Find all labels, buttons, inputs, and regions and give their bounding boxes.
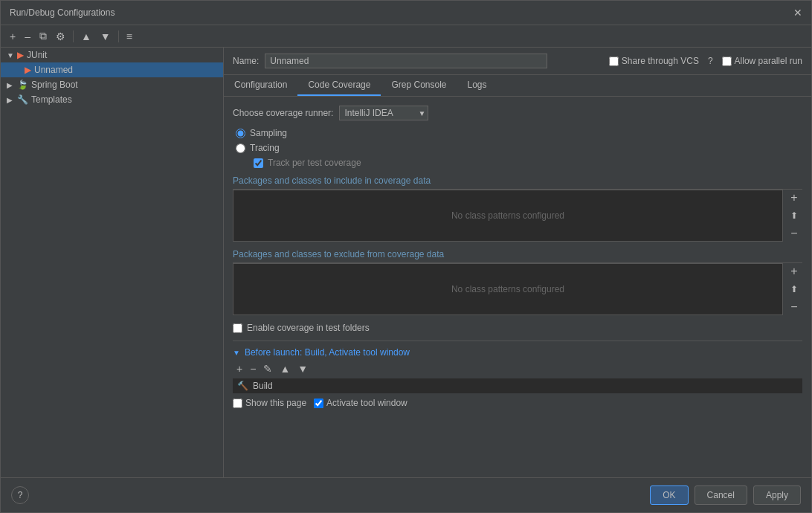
parallel-run-text: Allow parallel run [735,56,802,66]
ok-button[interactable]: OK [650,485,688,505]
coverage-runner-select-wrapper: IntelliJ IDEA JaCoCo Emma ▼ [339,106,428,120]
sampling-radio[interactable] [236,129,245,138]
enable-coverage-label: Enable coverage in test folders [247,323,370,333]
toolbar-separator-2 [118,30,119,42]
include-section: Packages and classes to include in cover… [233,175,802,242]
build-icon: 🔨 [237,381,248,391]
templates-label: Templates [31,94,72,105]
templates-arrow: ▶ [7,96,14,104]
exclude-move-button[interactable]: ⬆ [786,281,802,297]
enable-coverage-row: Enable coverage in test folders [233,323,802,333]
show-page-label[interactable]: Show this page [233,398,306,408]
cancel-button[interactable]: Cancel [695,485,747,505]
junit-icon: ▶ [17,50,24,60]
activate-tool-label[interactable]: Activate tool window [314,398,407,408]
include-move-button[interactable]: ⬆ [786,207,802,224]
share-vcs-checkbox[interactable] [609,57,619,66]
bl-remove-button[interactable]: − [248,362,258,375]
exclude-section-header: Packages and classes to exclude from cov… [233,249,802,263]
enable-coverage-checkbox[interactable] [233,323,242,333]
include-remove-button[interactable]: − [786,225,802,242]
run-debug-dialog: Run/Debug Configurations ✕ + – ⧉ ⚙ ▲ ▼ ≡… [0,0,812,513]
exclude-side-buttons: + ⬆ − [786,263,802,315]
unnamed-label: Unnamed [34,65,73,75]
before-launch-section: ▼ Before launch: Build, Activate tool wi… [233,341,802,408]
before-launch-arrow-icon[interactable]: ▼ [233,349,240,357]
track-per-test-label: Track per test coverage [268,158,361,168]
settings-button[interactable]: ⚙ [53,29,68,44]
bottom-options: Show this page Activate tool window [233,393,802,408]
exclude-remove-button[interactable]: − [786,299,802,315]
dialog-title: Run/Debug Configurations [10,7,115,18]
sidebar-item-spring-boot[interactable]: ▶ 🍃 Spring Boot [1,77,223,92]
include-add-button[interactable]: + [786,190,802,206]
name-label: Name: [233,56,259,66]
copy-config-button[interactable]: ⧉ [36,28,50,44]
sidebar-item-unnamed[interactable]: ▶ Unnamed [1,62,223,77]
parallel-run-label[interactable]: Allow parallel run [722,56,802,66]
main-content: ▼ ▶ JUnit ▶ Unnamed ▶ 🍃 Spring Boot ▶ 🔧 … [1,48,811,477]
share-vcs-label[interactable]: Share through VCS [609,56,699,66]
coverage-runner-select[interactable]: IntelliJ IDEA JaCoCo Emma [339,106,428,120]
bl-edit-button[interactable]: ✎ [261,362,274,375]
sampling-label: Sampling [250,128,287,138]
include-placeholder: No class patterns configured [451,210,564,221]
sampling-radio-label[interactable]: Sampling [236,128,802,138]
exclude-add-button[interactable]: + [786,263,802,280]
sidebar: ▼ ▶ JUnit ▶ Unnamed ▶ 🍃 Spring Boot ▶ 🔧 … [1,48,224,477]
track-per-test-row: Track per test coverage [236,158,802,168]
tracing-label: Tracing [250,143,280,153]
help-button[interactable]: ? [11,486,29,504]
junit-arrow: ▼ [7,51,14,59]
move-down-button[interactable]: ▼ [97,29,114,44]
tracing-radio-label[interactable]: Tracing [236,143,802,153]
top-toolbar: + – ⧉ ⚙ ▲ ▼ ≡ [1,25,811,48]
build-label: Build [253,381,273,391]
tab-logs[interactable]: Logs [457,75,497,96]
activate-tool-checkbox[interactable] [314,399,323,408]
name-input[interactable] [265,54,547,68]
parallel-run-checkbox[interactable] [722,57,732,66]
tab-configuration[interactable]: Configuration [224,75,297,96]
remove-config-button[interactable]: – [22,29,33,44]
close-button[interactable]: ✕ [793,7,802,19]
coverage-runner-label: Choose coverage runner: [233,108,333,118]
spring-boot-icon: 🍃 [17,80,28,90]
dialog-footer: ? OK Cancel Apply [1,477,811,512]
tab-grep-console[interactable]: Grep Console [381,75,457,96]
show-page-checkbox[interactable] [233,399,242,408]
build-row: 🔨 Build [233,378,802,393]
bl-down-button[interactable]: ▼ [295,362,310,375]
sidebar-item-templates[interactable]: ▶ 🔧 Templates [1,92,223,107]
tracing-radio[interactable] [236,143,245,153]
add-config-button[interactable]: + [7,29,19,44]
apply-button[interactable]: Apply [753,485,801,505]
sort-button[interactable]: ≡ [123,29,135,44]
bl-add-button[interactable]: + [234,362,245,375]
junit-label: JUnit [27,50,47,60]
share-help-icon[interactable]: ? [708,56,713,66]
track-per-test-checkbox[interactable] [254,158,263,168]
code-coverage-content: Choose coverage runner: IntelliJ IDEA Ja… [224,97,811,477]
exclude-patterns-container: No class patterns configured [233,263,783,315]
unnamed-icon: ▶ [25,65,31,75]
exclude-patterns-row: No class patterns configured + ⬆ − [233,263,802,315]
before-launch-toolbar: + − ✎ ▲ ▼ [233,362,802,375]
before-launch-header: ▼ Before launch: Build, Activate tool wi… [233,347,802,358]
tabs: Configuration Code Coverage Grep Console… [224,75,811,97]
bl-up-button[interactable]: ▲ [277,362,292,375]
tab-code-coverage[interactable]: Code Coverage [297,75,381,96]
templates-icon: 🔧 [17,94,28,105]
sidebar-item-junit[interactable]: ▼ ▶ JUnit [1,48,223,62]
move-up-button[interactable]: ▲ [78,29,94,44]
footer-left: ? [11,486,29,504]
share-vcs-text: Share through VCS [622,56,699,66]
footer-right: OK Cancel Apply [650,485,801,505]
exclude-patterns-box: No class patterns configured [233,263,783,315]
include-section-header: Packages and classes to include in cover… [233,175,802,190]
title-bar: Run/Debug Configurations ✕ [1,1,811,25]
show-page-text: Show this page [245,398,306,408]
include-side-buttons: + ⬆ − [786,190,802,242]
include-patterns-box: No class patterns configured [233,190,783,242]
coverage-runner-row: Choose coverage runner: IntelliJ IDEA Ja… [233,106,802,120]
